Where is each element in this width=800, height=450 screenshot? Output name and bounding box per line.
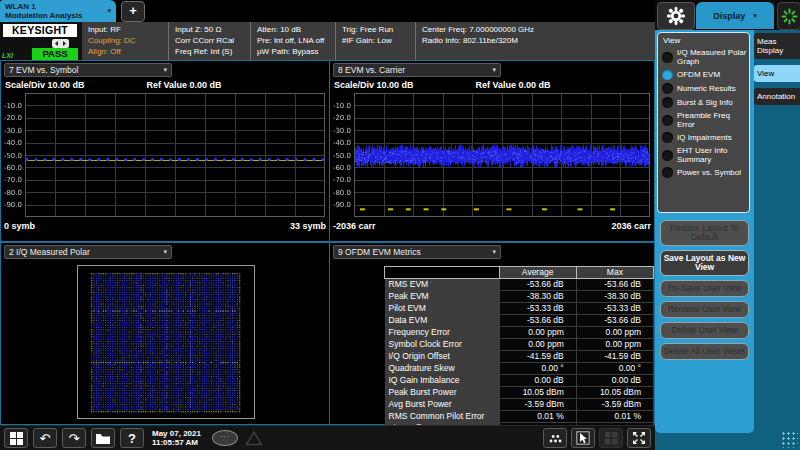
gear-icon bbox=[666, 6, 686, 26]
radio-icon bbox=[662, 150, 673, 161]
file-explorer-button[interactable] bbox=[91, 428, 115, 448]
table-header-row: Average Max bbox=[385, 267, 654, 279]
delete-all-user-views-button[interactable]: Delete All User Views bbox=[660, 343, 749, 360]
evm-vs-symbol-plot[interactable] bbox=[1, 91, 329, 221]
redo-button[interactable]: ↷ bbox=[62, 428, 86, 448]
radio-icon bbox=[662, 167, 673, 178]
touch-pointer-icon bbox=[576, 431, 590, 445]
help-button[interactable]: ? bbox=[120, 428, 144, 448]
chevron-down-icon: ▾ bbox=[753, 12, 757, 20]
sidebar-body: View I/Q Measured Polar Graph OFDM EVM N… bbox=[655, 30, 800, 450]
radio-icon bbox=[662, 132, 673, 143]
keysight-logo: KEYSIGHT bbox=[3, 24, 77, 37]
table-row: RMS Common Pilot Error0.01 %0.01 % bbox=[385, 411, 654, 423]
chevron-down-icon: ▾ bbox=[492, 66, 496, 74]
table-row: IQ Gain Imbalance0.00 dB0.00 dB bbox=[385, 375, 654, 387]
view-option-power-vs-symbol[interactable]: Power vs. Symbol bbox=[662, 167, 749, 178]
table-row: Symbol Clock Error0.00 ppm0.00 ppm bbox=[385, 339, 654, 351]
windows-logo-icon bbox=[10, 432, 23, 445]
window-grid-button[interactable] bbox=[599, 428, 623, 448]
evm-carrier-window-dropdown[interactable]: 8 EVM vs. Carrier ▾ bbox=[333, 63, 501, 77]
table-row: Avg Burst Power-3.59 dBm-3.59 dBm bbox=[385, 399, 654, 411]
view-option-numeric-results[interactable]: Numeric Results bbox=[662, 83, 749, 94]
col-header-max: Max bbox=[576, 267, 653, 279]
view-option-preamble-freq-error[interactable]: Preamble Freq Error bbox=[662, 111, 749, 129]
chevron-down-icon: ▾ bbox=[163, 66, 167, 74]
evm-symbol-scale-row: Scale/Div 10.00 dB Ref Value 0.00 dB bbox=[1, 78, 329, 91]
display-menu-tab[interactable]: Display ▾ bbox=[696, 2, 774, 29]
add-measurement-button[interactable]: + bbox=[121, 1, 145, 22]
tab-view[interactable]: View bbox=[754, 65, 800, 82]
sidebar-tab-strip: Meas Display View Annotation bbox=[754, 33, 800, 111]
restore-layout-button[interactable]: Restore Layout To Default bbox=[660, 220, 749, 246]
panel-ofdm-evm-metrics: 9 OFDM EVM Metrics ▾ Average Max RMS EVM… bbox=[329, 242, 655, 425]
resave-user-view-button[interactable]: Re-Save User View bbox=[660, 280, 749, 297]
table-row: Data EVM-53.66 dB-53.66 dB bbox=[385, 315, 654, 327]
system-settings-button[interactable] bbox=[657, 2, 695, 30]
table-row: Pilot EVM-53.33 dB-53.33 dB bbox=[385, 303, 654, 315]
tab-annotation[interactable]: Annotation bbox=[754, 88, 800, 105]
radio-icon bbox=[662, 115, 673, 126]
result-windows-area: 7 EVM vs. Symbol ▾ Scale/Div 10.00 dB Re… bbox=[0, 60, 655, 425]
radio-icon bbox=[662, 83, 673, 94]
evm-carrier-scale-row: Scale/Div 10.00 dB Ref Value 0.00 dB bbox=[330, 78, 654, 91]
view-option-eht-user-info[interactable]: EHT User Info Summary bbox=[662, 146, 749, 164]
save-layout-button[interactable]: Save Layout as New View bbox=[660, 250, 749, 276]
settings-col-atten[interactable]: Atten: 10 dB Pre: Int off, LNA off µW Pa… bbox=[250, 22, 335, 60]
resize-grip[interactable] bbox=[781, 431, 798, 448]
view-menu-panel: View I/Q Measured Polar Graph OFDM EVM N… bbox=[655, 30, 754, 433]
dots-grid-icon bbox=[548, 432, 563, 444]
view-option-burst-sig-info[interactable]: Burst & Sig Info bbox=[662, 97, 749, 108]
redo-icon: ↷ bbox=[69, 431, 80, 446]
settings-col-frequency[interactable]: Center Freq: 7.000000000 GHz Radio Info:… bbox=[415, 22, 655, 60]
settings-col-impedance[interactable]: Input Z: 50 Ω Corr CCorr RCal Freq Ref: … bbox=[168, 22, 250, 60]
chevron-down-icon: ▾ bbox=[163, 248, 167, 256]
fullscreen-button[interactable] bbox=[627, 428, 651, 448]
undo-icon: ↶ bbox=[40, 431, 51, 446]
undo-button[interactable]: ↶ bbox=[33, 428, 57, 448]
control-sidebar: Display ▾ View I/Q Measured Polar G bbox=[655, 0, 800, 450]
constellation-plot[interactable] bbox=[78, 266, 252, 416]
measurement-tab-label: WLAN 1 Modulation Analysis bbox=[5, 2, 83, 20]
busy-indicator-button[interactable] bbox=[777, 2, 800, 30]
display-control-icons bbox=[543, 428, 651, 448]
touch-mode-button[interactable] bbox=[571, 428, 595, 448]
lxi-indicator: LXI bbox=[2, 52, 13, 59]
panel-evm-vs-symbol: 7 EVM vs. Symbol ▾ Scale/Div 10.00 dB Re… bbox=[0, 60, 330, 242]
folder-icon bbox=[96, 433, 110, 444]
view-option-iq-polar[interactable]: I/Q Measured Polar Graph bbox=[662, 48, 749, 66]
table-row: Quadrature Skew0.00 °0.00 ° bbox=[385, 363, 654, 375]
radio-selected-icon bbox=[662, 69, 673, 80]
analyzer-screen: WLAN 1 Modulation Analysis ▾ + KEYSIGHT … bbox=[0, 0, 800, 450]
evm-symbol-x-axis: 0 symb 33 symb bbox=[1, 221, 329, 231]
table-row: Peak Burst Power10.05 dBm10.05 dBm bbox=[385, 387, 654, 399]
view-group-title: View bbox=[663, 36, 749, 45]
delete-user-view-button[interactable]: Delete User View bbox=[660, 322, 749, 339]
spinner-icon bbox=[781, 8, 798, 25]
tab-meas-display[interactable]: Meas Display bbox=[754, 33, 800, 59]
alert-triangle-icon bbox=[245, 430, 263, 446]
windows-start-button[interactable] bbox=[4, 428, 28, 448]
view-options-group: View I/Q Measured Polar Graph OFDM EVM N… bbox=[657, 32, 750, 213]
measurement-tab-wlan1[interactable]: WLAN 1 Modulation Analysis ▾ bbox=[0, 0, 116, 22]
pass-badge: PASS bbox=[32, 48, 78, 60]
view-option-ofdm-evm[interactable]: OFDM EVM bbox=[662, 69, 749, 80]
metrics-window-dropdown[interactable]: 9 OFDM EVM Metrics ▾ bbox=[333, 245, 501, 259]
settings-col-trigger[interactable]: Trig: Free Run #IF Gain: Low bbox=[335, 22, 415, 60]
table-row: Frequency Error0.00 ppm0.00 ppm bbox=[385, 327, 654, 339]
help-icon: ? bbox=[128, 431, 136, 446]
settings-col-input[interactable]: Input: RF Coupling: DC Align: Off bbox=[82, 22, 168, 60]
chevron-down-icon: ▾ bbox=[492, 248, 496, 256]
constellation-frame bbox=[77, 265, 255, 419]
expand-arrows-icon bbox=[632, 431, 646, 445]
measurement-settings-bar[interactable]: KEYSIGHT LXI PASS Input: RF Coupling: DC… bbox=[0, 22, 655, 60]
view-option-iq-impairments[interactable]: IQ Impairments bbox=[662, 132, 749, 143]
polar-window-dropdown[interactable]: 2 I/Q Measured Polar ▾ bbox=[4, 245, 172, 259]
rename-user-view-button[interactable]: Rename User View bbox=[660, 301, 749, 318]
apps-grid-button[interactable] bbox=[543, 428, 567, 448]
radio-icon bbox=[662, 52, 673, 63]
table-row: RMS EVM-53.66 dB-53.66 dB bbox=[385, 279, 654, 291]
panel-iq-measured-polar: 2 I/Q Measured Polar ▾ bbox=[0, 242, 330, 425]
evm-symbol-window-dropdown[interactable]: 7 EVM vs. Symbol ▾ bbox=[4, 63, 172, 77]
evm-vs-carrier-plot[interactable] bbox=[330, 91, 654, 221]
